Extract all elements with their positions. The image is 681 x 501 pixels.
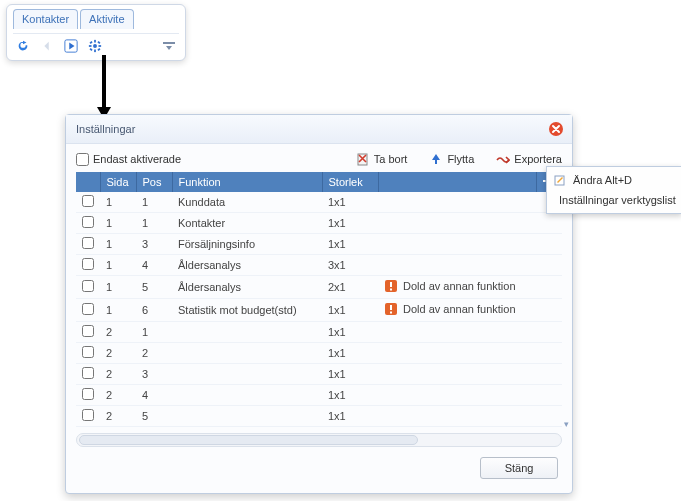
- cell-storlek: 1x1: [322, 364, 378, 385]
- cell-sida: 1: [100, 192, 136, 213]
- cell-sida: 1: [100, 255, 136, 276]
- table-row[interactable]: 241x1: [76, 385, 562, 406]
- cell-storlek: 3x1: [322, 255, 378, 276]
- close-button[interactable]: Stäng: [480, 457, 558, 479]
- export-button[interactable]: Exportera: [496, 152, 562, 166]
- cell-note: [378, 213, 537, 234]
- cell-pos: 6: [136, 299, 172, 322]
- cell-storlek: 1x1: [322, 299, 378, 322]
- row-checkbox[interactable]: [76, 276, 100, 299]
- table-row[interactable]: 11Kontakter1x1: [76, 213, 562, 234]
- cell-funktion: Kunddata: [172, 192, 322, 213]
- cell-funktion: [172, 322, 322, 343]
- row-checkbox[interactable]: [76, 255, 100, 276]
- cell-storlek: 1x1: [322, 234, 378, 255]
- svg-rect-3: [94, 40, 96, 43]
- cell-sida: 2: [100, 385, 136, 406]
- row-checkbox[interactable]: [76, 322, 100, 343]
- move-button[interactable]: Flytta: [429, 152, 474, 166]
- col-note[interactable]: [378, 172, 537, 192]
- table-row[interactable]: 13Försäljningsinfo1x1: [76, 234, 562, 255]
- svg-rect-5: [89, 45, 92, 47]
- table-row[interactable]: 251x1: [76, 406, 562, 427]
- col-sida[interactable]: Sida: [100, 172, 136, 192]
- cell-sida: 2: [100, 364, 136, 385]
- cell-funktion: [172, 406, 322, 427]
- cell-pos: 2: [136, 343, 172, 364]
- horizontal-scrollbar[interactable]: [76, 433, 562, 447]
- row-checkbox[interactable]: [76, 213, 100, 234]
- table-wrap: Sida Pos Funktion Storlek 11Kunddata1x11…: [66, 172, 572, 431]
- col-funktion[interactable]: Funktion: [172, 172, 322, 192]
- menu-item-toolbar-settings-label: Inställningar verktygslist: [559, 194, 676, 206]
- row-checkbox[interactable]: [76, 406, 100, 427]
- svg-rect-10: [97, 48, 100, 51]
- table-row[interactable]: 211x1: [76, 322, 562, 343]
- svg-rect-25: [390, 312, 392, 314]
- cell-sida: 1: [100, 299, 136, 322]
- settings-dialog: Inställningar Endast aktiverade Ta bort …: [65, 114, 573, 494]
- menu-item-toolbar-settings[interactable]: Inställningar verktygslist: [547, 190, 681, 210]
- prev-icon: [39, 38, 55, 54]
- row-checkbox[interactable]: [76, 192, 100, 213]
- tab-aktiviteter[interactable]: Aktivite: [80, 9, 133, 29]
- cell-storlek: 1x1: [322, 406, 378, 427]
- table-row[interactable]: 16Statistik mot budget(std)1x1Dold av an…: [76, 299, 562, 322]
- cell-funktion: Åldersanalys: [172, 255, 322, 276]
- warning-icon: [384, 279, 398, 293]
- cell-storlek: 1x1: [322, 192, 378, 213]
- cell-pos: 5: [136, 406, 172, 427]
- tab-toolbar: [13, 33, 179, 58]
- svg-rect-22: [390, 289, 392, 291]
- dialog-title: Inställningar: [76, 123, 135, 135]
- cell-note: [378, 255, 537, 276]
- row-checkbox[interactable]: [76, 343, 100, 364]
- cell-storlek: 1x1: [322, 343, 378, 364]
- context-menu: Ändra Alt+D Inställningar verktygslist: [546, 166, 681, 214]
- row-checkbox[interactable]: [76, 364, 100, 385]
- svg-rect-7: [90, 41, 93, 44]
- row-checkbox[interactable]: [76, 299, 100, 322]
- menu-item-edit[interactable]: Ändra Alt+D: [547, 170, 681, 190]
- cell-funktion: [172, 343, 322, 364]
- cell-pos: 3: [136, 234, 172, 255]
- edit-icon: [553, 173, 567, 187]
- cell-pos: 3: [136, 364, 172, 385]
- tab-row: Kontakter Aktivite: [13, 9, 179, 29]
- export-label: Exportera: [514, 153, 562, 165]
- cell-note: [378, 343, 537, 364]
- col-check[interactable]: [76, 172, 100, 192]
- cell-pos: 5: [136, 276, 172, 299]
- svg-rect-8: [97, 41, 100, 44]
- cell-storlek: 1x1: [322, 322, 378, 343]
- cell-storlek: 2x1: [322, 276, 378, 299]
- export-icon: [496, 152, 510, 166]
- only-active-checkbox[interactable]: Endast aktiverade: [76, 153, 181, 166]
- close-icon[interactable]: [548, 121, 564, 137]
- cell-sida: 2: [100, 322, 136, 343]
- toolbar-overflow-icon[interactable]: [161, 38, 177, 54]
- cell-sida: 2: [100, 343, 136, 364]
- row-checkbox[interactable]: [76, 385, 100, 406]
- col-pos[interactable]: Pos: [136, 172, 172, 192]
- svg-rect-4: [94, 50, 96, 53]
- tab-kontakter[interactable]: Kontakter: [13, 9, 78, 29]
- cell-pos: 4: [136, 385, 172, 406]
- svg-rect-6: [99, 45, 102, 47]
- row-checkbox[interactable]: [76, 234, 100, 255]
- table-row[interactable]: 231x1: [76, 364, 562, 385]
- table-row[interactable]: 14Åldersanalys3x1: [76, 255, 562, 276]
- cell-sida: 1: [100, 234, 136, 255]
- cell-pos: 1: [136, 322, 172, 343]
- svg-point-2: [93, 44, 97, 48]
- table-row[interactable]: 221x1: [76, 343, 562, 364]
- table-row[interactable]: 15Åldersanalys2x1Dold av annan funktion: [76, 276, 562, 299]
- cell-note: [378, 364, 537, 385]
- play-icon[interactable]: [63, 38, 79, 54]
- table-row[interactable]: 11Kunddata1x1: [76, 192, 562, 213]
- gear-icon[interactable]: [87, 38, 103, 54]
- col-storlek[interactable]: Storlek: [322, 172, 378, 192]
- refresh-icon[interactable]: [15, 38, 31, 54]
- cell-pos: 4: [136, 255, 172, 276]
- delete-button[interactable]: Ta bort: [356, 152, 408, 166]
